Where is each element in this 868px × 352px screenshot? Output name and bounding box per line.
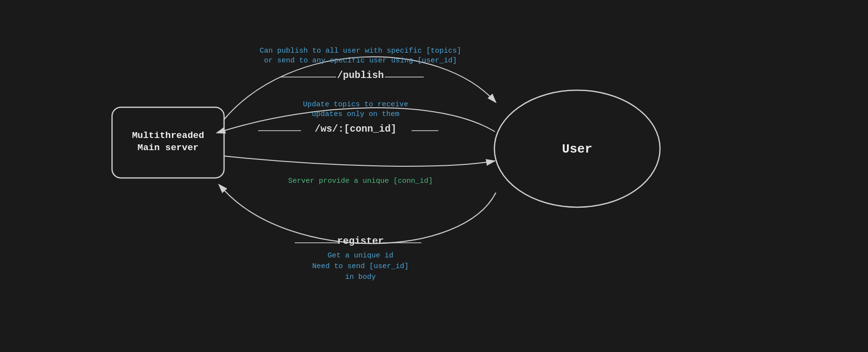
conn-id-arrow	[224, 156, 495, 166]
publish-desc-line2: or send to any specific user using [user…	[264, 57, 457, 65]
register-desc-line2: Need to send [user_id]	[312, 262, 409, 271]
register-desc-line1: Get a unique id	[327, 252, 393, 260]
register-label: register	[337, 235, 384, 247]
server-label-line1: Multithreaded	[132, 130, 204, 141]
ws-label: /ws/:[conn_id]	[315, 123, 396, 135]
user-label: User	[562, 142, 592, 156]
server-label-line2: Main server	[137, 142, 198, 153]
register-desc-line3: in body	[345, 273, 376, 281]
publish-desc-line1: Can publish to all user with specific [t…	[260, 47, 461, 55]
ws-desc-line1: Update topics to receive	[303, 100, 408, 109]
conn-id-desc: Server provide a unique [conn_id]	[288, 177, 433, 185]
diagram-svg: Multithreaded Main server User /publish …	[0, 0, 868, 352]
ws-desc-line2: updates only on them	[312, 110, 399, 118]
diagram-canvas: Multithreaded Main server User /publish …	[0, 0, 868, 352]
publish-label: /publish	[337, 70, 384, 81]
